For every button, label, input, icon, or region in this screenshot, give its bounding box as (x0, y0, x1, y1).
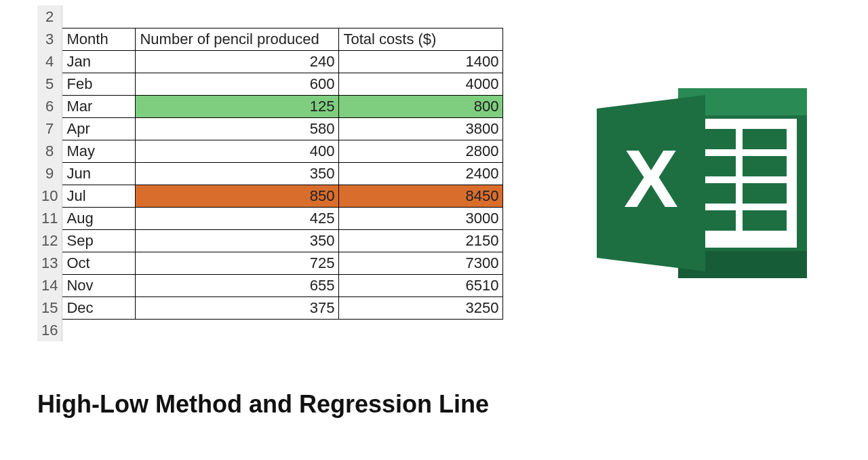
cell[interactable] (339, 319, 503, 341)
row-number-cell[interactable]: 4 (37, 50, 62, 73)
row-number-cell[interactable]: 11 (37, 207, 62, 229)
table-row[interactable]: 8 May 400 2800 (37, 140, 503, 162)
cell-month[interactable]: Jul (62, 185, 136, 207)
cell-month[interactable]: May (62, 140, 136, 162)
row-number-cell[interactable]: 8 (37, 140, 62, 162)
data-table[interactable]: 2 3 Month Number of pencil produced Tota… (37, 5, 503, 341)
cell-pencil[interactable]: 350 (136, 229, 339, 252)
header-cost[interactable]: Total costs ($) (339, 28, 503, 50)
table-row[interactable]: 14 Nov 655 6510 (37, 274, 503, 296)
cell-cost[interactable]: 2800 (339, 140, 503, 162)
cell[interactable] (62, 5, 136, 28)
cell-pencil[interactable]: 655 (136, 274, 339, 296)
cell-month[interactable]: Oct (62, 252, 136, 274)
cell-pencil[interactable]: 425 (136, 207, 339, 229)
table-row[interactable]: 12 Sep 350 2150 (37, 229, 503, 252)
table-row[interactable]: 15 Dec 375 3250 (37, 296, 503, 319)
svg-rect-11 (743, 210, 787, 231)
cell-month[interactable]: Feb (62, 73, 136, 95)
cell-pencil[interactable]: 350 (136, 162, 339, 185)
cell-pencil[interactable]: 725 (136, 252, 339, 274)
cell-cost[interactable]: 2400 (339, 162, 503, 185)
row-number-cell[interactable]: 12 (37, 229, 62, 252)
cell-cost[interactable]: 1400 (339, 50, 503, 73)
cell[interactable] (136, 319, 339, 341)
row-number-cell[interactable]: 16 (37, 319, 62, 341)
cell-month[interactable]: Aug (62, 207, 136, 229)
cell-month[interactable]: Dec (62, 296, 136, 319)
table-row[interactable]: 5 Feb 600 4000 (37, 73, 503, 95)
cell-pencil[interactable]: 400 (136, 140, 339, 162)
cell-pencil[interactable]: 125 (136, 95, 339, 117)
cell-cost[interactable]: 3250 (339, 296, 503, 319)
cell-month[interactable]: Jun (62, 162, 136, 185)
cell-cost[interactable]: 800 (339, 95, 503, 117)
row-number-cell[interactable]: 10 (37, 185, 62, 207)
cell-cost[interactable]: 3800 (339, 117, 503, 140)
table-row[interactable]: 16 (37, 319, 503, 341)
header-pencil[interactable]: Number of pencil produced (136, 28, 339, 50)
cell-cost[interactable]: 6510 (339, 274, 503, 296)
svg-rect-5 (743, 129, 787, 149)
cell-month[interactable]: Mar (62, 95, 136, 117)
cell-pencil[interactable]: 375 (136, 296, 339, 319)
spreadsheet-area[interactable]: 2 3 Month Number of pencil produced Tota… (37, 5, 503, 341)
header-month[interactable]: Month (62, 28, 136, 50)
cell[interactable] (136, 5, 339, 28)
cell[interactable] (339, 5, 503, 28)
table-row[interactable]: 7 Apr 580 3800 (37, 117, 503, 140)
table-row[interactable]: 2 (37, 5, 503, 28)
table-row[interactable]: 10 Jul 850 8450 (37, 185, 503, 207)
table-header-row[interactable]: 3 Month Number of pencil produced Total … (37, 28, 503, 50)
cell-pencil[interactable]: 240 (136, 50, 339, 73)
cell-cost[interactable]: 3000 (339, 207, 503, 229)
page-title: High-Low Method and Regression Line (37, 390, 489, 419)
row-number-cell[interactable]: 7 (37, 117, 62, 140)
row-number-cell[interactable]: 6 (37, 95, 62, 117)
row-number-cell[interactable]: 13 (37, 252, 62, 274)
cell-cost[interactable]: 2150 (339, 229, 503, 252)
cell-month[interactable]: Jan (62, 50, 136, 73)
cell-cost[interactable]: 4000 (339, 73, 503, 95)
row-number-cell[interactable]: 2 (37, 5, 62, 28)
table-row[interactable]: 9 Jun 350 2400 (37, 162, 503, 185)
svg-rect-9 (743, 183, 787, 204)
row-number-cell[interactable]: 9 (37, 162, 62, 185)
svg-text:X: X (624, 133, 678, 224)
cell-pencil[interactable]: 580 (136, 117, 339, 140)
table-row[interactable]: 6 Mar 125 800 (37, 95, 503, 117)
cell-cost[interactable]: 7300 (339, 252, 503, 274)
excel-icon: X (590, 81, 814, 288)
svg-rect-7 (743, 156, 787, 176)
cell-pencil[interactable]: 850 (136, 185, 339, 207)
row-number-cell[interactable]: 3 (37, 28, 62, 50)
cell-pencil[interactable]: 600 (136, 73, 339, 95)
cell-month[interactable]: Sep (62, 229, 136, 252)
row-number-cell[interactable]: 15 (37, 296, 62, 319)
cell-month[interactable]: Apr (62, 117, 136, 140)
cell[interactable] (62, 319, 136, 341)
cell-cost[interactable]: 8450 (339, 185, 503, 207)
table-row[interactable]: 4 Jan 240 1400 (37, 50, 503, 73)
table-row[interactable]: 11 Aug 425 3000 (37, 207, 503, 229)
row-number-cell[interactable]: 5 (37, 73, 62, 95)
table-row[interactable]: 13 Oct 725 7300 (37, 252, 503, 274)
cell-month[interactable]: Nov (62, 274, 136, 296)
row-number-cell[interactable]: 14 (37, 274, 62, 296)
